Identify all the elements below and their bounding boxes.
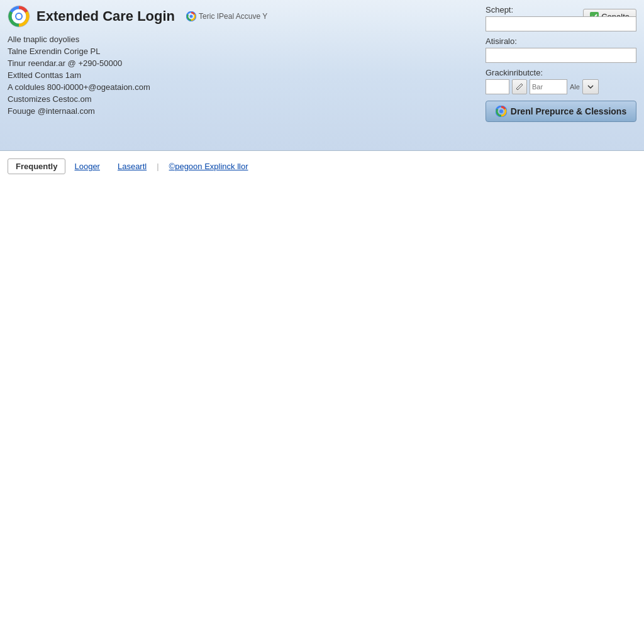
tracking-ale-label: Ale (570, 83, 580, 91)
bottom-nav: Frequently Looger Laseartl | ©pegoon Exp… (0, 151, 644, 182)
info-line-2: Talne Exrendin Corige PL (8, 47, 291, 56)
svg-point-5 (190, 15, 193, 18)
product-badge-text: Teric IPeal Accuve Y (199, 12, 267, 21)
schept-input[interactable] (486, 16, 636, 31)
nav-tab-looger[interactable]: Looger (65, 158, 108, 174)
grackinributcte-label: Grackinributcte: (486, 68, 636, 77)
tracking-row: Ale (486, 79, 636, 94)
info-line-6: Customizes Cestoc.om (8, 94, 291, 104)
nav-separator: | (157, 162, 158, 171)
atisiralo-input[interactable] (486, 48, 636, 63)
tracking-edit-button[interactable] (512, 79, 527, 94)
nav-tab-frequently[interactable]: Frequently (8, 158, 65, 174)
product-badge: Teric IPeal Accuve Y (186, 11, 267, 21)
arrow-icon (587, 83, 594, 91)
info-line-7: Fouuge @internaal.com (8, 106, 291, 116)
info-line-3: Tinur reendar.ar @ +290-50000 (8, 58, 291, 68)
main-action-button[interactable]: Drenl Prepurce & Clessions (486, 101, 636, 122)
nav-tab-pegoon[interactable]: ©pegoon Explinck llor (160, 158, 257, 174)
product-badge-icon (186, 11, 196, 21)
tracking-text-input[interactable] (530, 79, 567, 94)
atisiralo-label: Atisiralo: (486, 36, 636, 46)
info-line-5: A coldules 800-i0000+@ogeataion.com (8, 82, 291, 92)
tracking-arrow-button[interactable] (582, 79, 599, 94)
main-action-icon (496, 106, 507, 117)
top-banner: Extended Care Login Teric IPeal Accuve Y (0, 0, 644, 151)
info-panel: Alle tnaplic doyolies Talne Exrendin Cor… (8, 35, 291, 118)
info-line-4: Extlted Conttas 1am (8, 70, 291, 80)
schept-label: Schept: (486, 5, 636, 14)
svg-point-3 (16, 14, 21, 19)
page-title: Extended Care Login (36, 8, 175, 25)
app-logo-icon (8, 5, 30, 28)
nav-tab-laseartl[interactable]: Laseartl (109, 158, 155, 174)
svg-line-7 (516, 89, 518, 90)
right-panel: Schept: Atisiralo: Grackinributcte: Ale (486, 5, 636, 122)
title-area: Extended Care Login Teric IPeal Accuve Y (8, 5, 267, 28)
main-action-label: Drenl Prepurce & Clessions (511, 106, 626, 116)
tracking-box-input[interactable] (486, 79, 509, 94)
svg-point-9 (499, 109, 503, 113)
pencil-icon (516, 83, 523, 91)
info-line-1: Alle tnaplic doyolies (8, 35, 291, 44)
